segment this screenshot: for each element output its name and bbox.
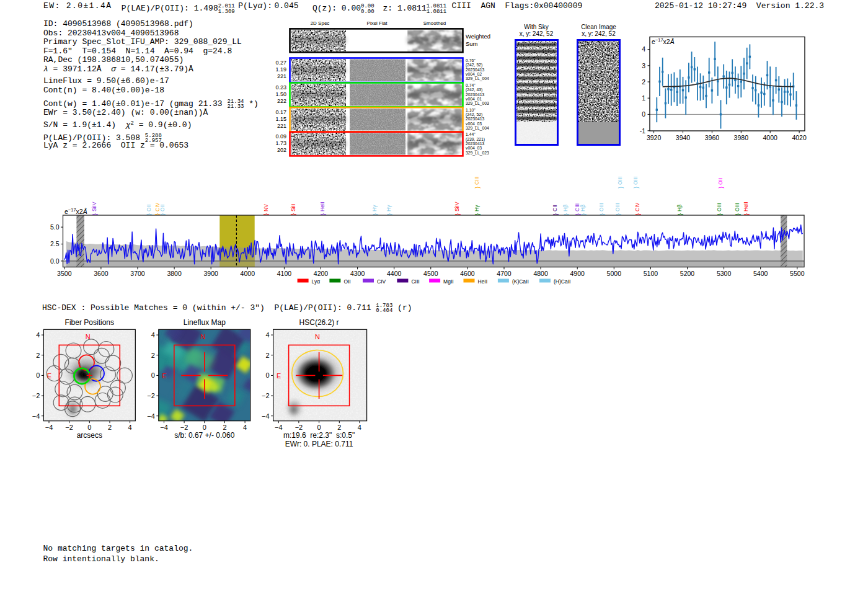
svg-text:−2: −2 <box>32 392 40 399</box>
svg-text:E: E <box>277 372 281 380</box>
svg-text:2: 2 <box>151 352 155 359</box>
svg-text:HSC(26.2) r: HSC(26.2) r <box>299 318 339 327</box>
svg-text:4: 4 <box>36 331 40 339</box>
svg-text:EWr: 0. PLAE: 0.711: EWr: 0. PLAE: 0.711 <box>285 440 353 448</box>
svg-text:Lineflux Map: Lineflux Map <box>184 318 226 327</box>
svg-text:0: 0 <box>87 424 91 431</box>
svg-text:−4: −4 <box>45 424 53 431</box>
svg-text:−4: −4 <box>275 424 283 431</box>
svg-text:s/b: 0.67 +/- 0.060: s/b: 0.67 +/- 0.060 <box>174 431 234 440</box>
svg-text:2: 2 <box>337 424 341 431</box>
svg-text:−4: −4 <box>147 412 155 420</box>
svg-text:−2: −2 <box>262 392 270 399</box>
svg-text:m:19.6 re:2.3" s:0.5": m:19.6 re:2.3" s:0.5" <box>283 431 355 440</box>
svg-text:0: 0 <box>317 424 321 431</box>
svg-text:N: N <box>86 333 91 340</box>
svg-text:N: N <box>200 333 205 340</box>
svg-text:0: 0 <box>36 371 40 379</box>
svg-text:0: 0 <box>203 424 206 431</box>
svg-text:−2: −2 <box>65 424 73 431</box>
svg-text:4: 4 <box>358 424 361 431</box>
svg-text:2: 2 <box>223 424 226 431</box>
svg-text:−2: −2 <box>180 424 188 431</box>
svg-text:4: 4 <box>151 331 155 339</box>
svg-text:−4: −4 <box>262 412 270 420</box>
svg-text:2: 2 <box>36 352 40 359</box>
svg-text:−4: −4 <box>160 424 168 431</box>
svg-text:E: E <box>162 372 166 380</box>
svg-text:Fiber Positions: Fiber Positions <box>65 318 114 327</box>
svg-text:4: 4 <box>265 331 269 339</box>
svg-text:4: 4 <box>128 424 132 431</box>
svg-text:2: 2 <box>265 352 269 359</box>
svg-text:E: E <box>47 372 51 380</box>
svg-text:2: 2 <box>108 424 112 431</box>
svg-text:0: 0 <box>151 371 155 379</box>
svg-text:0: 0 <box>265 371 269 379</box>
svg-text:−2: −2 <box>295 424 303 431</box>
svg-text:−4: −4 <box>32 412 40 420</box>
svg-text:−2: −2 <box>147 392 155 399</box>
svg-text:arcsecs: arcsecs <box>77 431 102 440</box>
svg-text:N: N <box>315 333 320 340</box>
svg-text:4: 4 <box>243 424 247 431</box>
